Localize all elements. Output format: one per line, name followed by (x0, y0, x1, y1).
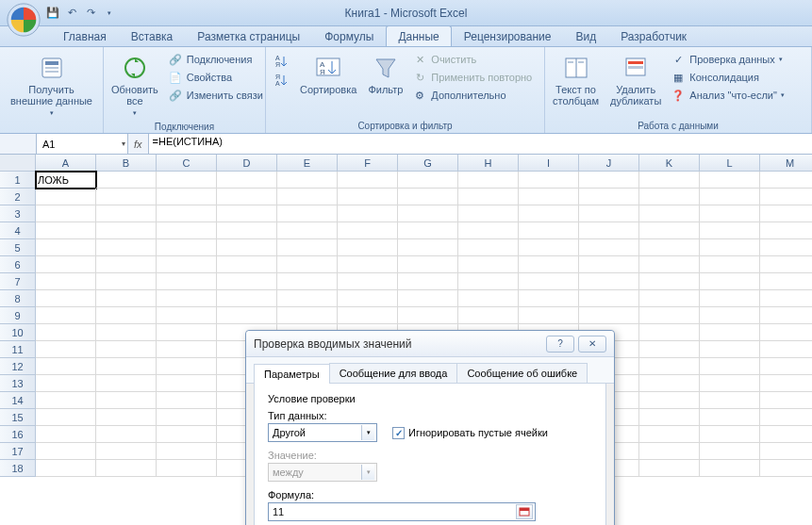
cell[interactable] (277, 172, 338, 189)
cell[interactable] (458, 290, 519, 307)
row-header[interactable]: 18 (0, 460, 36, 477)
cell[interactable] (700, 443, 760, 460)
tab-developer[interactable]: Разработчик (608, 25, 699, 46)
cell[interactable] (96, 239, 157, 256)
cell[interactable] (760, 307, 812, 324)
cell[interactable] (760, 443, 812, 460)
cell[interactable] (458, 273, 519, 290)
cell[interactable] (700, 222, 760, 239)
row-header[interactable]: 6 (0, 256, 36, 273)
cell[interactable] (458, 205, 519, 222)
tab-view[interactable]: Вид (563, 25, 608, 46)
cell[interactable] (639, 239, 700, 256)
column-header[interactable]: C (157, 155, 217, 172)
cell[interactable] (338, 307, 398, 324)
cell[interactable] (700, 256, 760, 273)
cell[interactable] (760, 375, 812, 392)
cell[interactable] (579, 239, 639, 256)
column-header[interactable]: E (277, 155, 338, 172)
cell[interactable] (217, 205, 277, 222)
cell[interactable] (519, 307, 579, 324)
column-header[interactable]: A (36, 155, 96, 172)
cell[interactable] (338, 290, 398, 307)
help-button[interactable]: ? (546, 336, 574, 353)
chevron-down-icon[interactable]: ▾ (122, 139, 125, 148)
cell[interactable] (96, 273, 157, 290)
cell[interactable] (217, 273, 277, 290)
cell[interactable] (338, 205, 398, 222)
cell[interactable] (338, 222, 398, 239)
cell[interactable] (700, 189, 760, 205)
cell[interactable] (36, 189, 96, 205)
cell[interactable] (36, 358, 96, 375)
cell[interactable] (519, 172, 579, 189)
filter-button[interactable]: Фильтр (364, 51, 406, 97)
cell[interactable] (277, 205, 338, 222)
cell[interactable] (36, 324, 96, 341)
save-icon[interactable]: 💾 (45, 6, 60, 21)
cell[interactable] (639, 189, 700, 205)
cell[interactable] (398, 172, 458, 189)
cell[interactable] (700, 392, 760, 409)
cell[interactable] (458, 172, 519, 189)
cell[interactable] (760, 290, 812, 307)
cell[interactable] (96, 358, 157, 375)
cell[interactable] (36, 273, 96, 290)
cell[interactable] (277, 222, 338, 239)
cell[interactable] (398, 290, 458, 307)
tab-home[interactable]: Главная (51, 25, 119, 46)
cell[interactable] (157, 358, 217, 375)
cell[interactable] (217, 222, 277, 239)
name-box[interactable]: A1 ▾ (36, 134, 128, 154)
range-ref-button[interactable] (516, 504, 533, 519)
row-header[interactable]: 16 (0, 426, 36, 443)
cell[interactable] (157, 426, 217, 443)
row-header[interactable]: 3 (0, 205, 36, 222)
cell[interactable] (458, 307, 519, 324)
cell[interactable] (700, 409, 760, 426)
cell[interactable] (217, 189, 277, 205)
cell[interactable] (96, 222, 157, 239)
row-header[interactable]: 8 (0, 290, 36, 307)
cell[interactable] (760, 409, 812, 426)
column-header[interactable]: I (519, 155, 579, 172)
cell[interactable] (277, 189, 338, 205)
cell[interactable] (96, 290, 157, 307)
cell[interactable] (398, 222, 458, 239)
cell[interactable] (96, 443, 157, 460)
cell[interactable] (36, 443, 96, 460)
cell[interactable] (96, 375, 157, 392)
cell[interactable] (760, 222, 812, 239)
cell[interactable] (96, 460, 157, 477)
cell[interactable] (157, 392, 217, 409)
cell[interactable] (338, 172, 398, 189)
cell[interactable] (639, 409, 700, 426)
cell[interactable] (157, 239, 217, 256)
cell[interactable] (398, 189, 458, 205)
cell[interactable] (398, 307, 458, 324)
row-header[interactable]: 2 (0, 189, 36, 205)
cell[interactable] (96, 256, 157, 273)
row-header[interactable]: 11 (0, 341, 36, 358)
undo-icon[interactable]: ↶ (64, 6, 79, 21)
cell[interactable] (700, 358, 760, 375)
cell[interactable] (96, 426, 157, 443)
cell[interactable] (96, 392, 157, 409)
cell[interactable] (760, 172, 812, 189)
data-validation-button[interactable]: ✓Проверка данных▾ (669, 51, 787, 68)
close-button[interactable]: ✕ (578, 336, 606, 353)
cell[interactable] (217, 172, 277, 189)
cell[interactable] (458, 189, 519, 205)
sort-asc-button[interactable]: AЯ (272, 53, 290, 70)
row-header[interactable]: 12 (0, 358, 36, 375)
cell[interactable] (96, 307, 157, 324)
properties-button[interactable]: 📄Свойства (166, 69, 265, 86)
cell[interactable] (157, 324, 217, 341)
get-external-data-button[interactable]: Получить внешние данные ▾ (7, 51, 96, 121)
cell[interactable] (36, 256, 96, 273)
column-header[interactable]: D (217, 155, 277, 172)
remove-duplicates-button[interactable]: Удалить дубликаты (606, 51, 665, 108)
cell[interactable] (639, 273, 700, 290)
tab-input-message[interactable]: Сообщение для ввода (329, 363, 458, 383)
column-header[interactable]: G (398, 155, 458, 172)
